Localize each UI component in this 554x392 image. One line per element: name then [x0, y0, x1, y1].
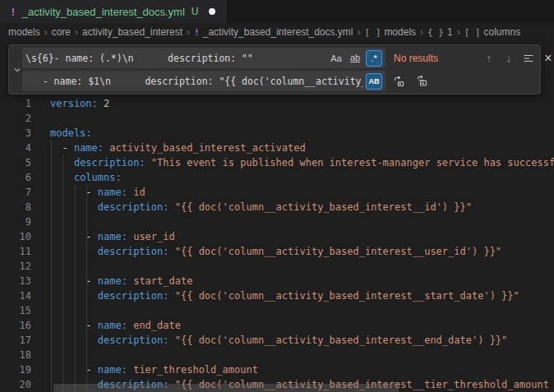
- line-number[interactable]: 12: [0, 259, 31, 274]
- code-line-content: models:: [50, 126, 92, 141]
- line-number[interactable]: 1: [0, 96, 31, 111]
- line-number[interactable]: 4: [0, 141, 31, 155]
- breadcrumb-item-file[interactable]: ! _activity_based_interest_docs.yml: [194, 26, 353, 38]
- chevron-right-icon: ›: [187, 26, 190, 38]
- code-line[interactable]: 12: [0, 259, 554, 274]
- find-in-selection-button[interactable]: [519, 49, 538, 67]
- toggle-replace-chevron-icon[interactable]: [12, 48, 22, 91]
- breadcrumb-item-core[interactable]: core: [52, 26, 71, 38]
- find-query-text: \s{6}- name: (.*)\n description: "": [25, 53, 325, 64]
- code-line-content: description: "{{ doc('column__activity_b…: [50, 288, 519, 303]
- horizontal-scrollbar-thumb[interactable]: [53, 384, 399, 392]
- code-line[interactable]: 4 - name: activity_based_interest_activa…: [0, 141, 554, 155]
- regex-toggle[interactable]: .*: [366, 50, 382, 67]
- breadcrumb-item-models[interactable]: models: [8, 26, 40, 38]
- code-line[interactable]: 5 description: "This event is published …: [0, 155, 554, 170]
- next-match-button[interactable]: ↓: [499, 49, 519, 67]
- code-line[interactable]: 13 - name: start_date: [0, 274, 554, 288]
- replace-input[interactable]: - name: $1\n description: "{{ doc('colum…: [22, 71, 385, 91]
- breadcrumb-item-symbol-1[interactable]: { } 1: [427, 26, 453, 38]
- find-input[interactable]: \s{6}- name: (.*)\n description: "" Aa a…: [22, 48, 385, 68]
- code-line[interactable]: 2: [0, 111, 554, 126]
- breadcrumb-item-activity-based-interest[interactable]: activity_based_interest: [82, 26, 182, 38]
- line-number[interactable]: 11: [0, 244, 31, 259]
- line-number[interactable]: 8: [0, 200, 31, 214]
- code-line[interactable]: 14 description: "{{ doc('column__activit…: [0, 288, 554, 303]
- yaml-file-icon: !: [10, 6, 16, 18]
- symbol-object-icon: { }: [427, 27, 444, 38]
- chevron-right-icon: ›: [75, 26, 78, 38]
- chevron-right-icon: ›: [44, 26, 48, 38]
- indent-guide: [75, 185, 76, 392]
- code-line[interactable]: 16 - name: end_date: [0, 318, 554, 333]
- find-row: \s{6}- name: (.*)\n description: "" Aa a…: [22, 48, 554, 68]
- line-number[interactable]: 17: [0, 333, 31, 348]
- breadcrumb-label: models: [8, 26, 40, 38]
- replace-button[interactable]: [389, 72, 409, 90]
- git-untracked-badge: U: [192, 6, 199, 17]
- code-line[interactable]: 10 - name: user_id: [0, 229, 554, 244]
- code-line-content: - name: user_id: [50, 229, 175, 244]
- breadcrumb-label: _activity_based_interest_docs.yml: [203, 26, 353, 38]
- breadcrumb-item-symbol-models[interactable]: [ ] models: [365, 26, 417, 38]
- breadcrumb-label: models: [384, 26, 416, 38]
- code-line[interactable]: 7 - name: id: [0, 185, 554, 200]
- tab-activity-based-interest-docs[interactable]: ! _activity_based_interest_docs.yml U: [0, 0, 227, 23]
- line-number[interactable]: 5: [0, 155, 31, 170]
- whole-word-toggle[interactable]: ab: [347, 50, 363, 67]
- breadcrumb: models › core › activity_based_interest …: [0, 23, 554, 41]
- line-number[interactable]: 3: [0, 126, 31, 141]
- indent-guide: [86, 185, 87, 392]
- line-number[interactable]: 6: [0, 170, 31, 185]
- line-number[interactable]: 14: [0, 288, 31, 303]
- line-number[interactable]: 19: [0, 362, 31, 377]
- breadcrumb-label: core: [52, 26, 71, 38]
- chevron-right-icon: ›: [457, 26, 460, 38]
- code-line-content: - name: activity_based_interest_activate…: [50, 141, 306, 155]
- line-number[interactable]: 2: [0, 111, 31, 126]
- breadcrumb-label: activity_based_interest: [82, 26, 182, 38]
- code-line-content: description: "This event is published wh…: [50, 155, 554, 170]
- close-find-widget-button[interactable]: ×: [538, 49, 554, 67]
- code-line[interactable]: 19 - name: tier_threshold_amount: [0, 362, 554, 377]
- find-results-count: No results: [394, 53, 479, 64]
- breadcrumb-label: columns: [484, 26, 521, 38]
- code-line-content: - name: tier_threshold_amount: [50, 362, 258, 377]
- match-case-toggle[interactable]: Aa: [328, 50, 344, 67]
- tab-filename: _activity_based_interest_docs.yml: [22, 6, 185, 18]
- code-line[interactable]: 6 columns:: [0, 170, 554, 185]
- find-replace-widget: \s{6}- name: (.*)\n description: "" Aa a…: [8, 44, 541, 95]
- preserve-case-toggle[interactable]: AB: [366, 73, 382, 90]
- code-line[interactable]: 9: [0, 214, 554, 229]
- code-line[interactable]: 8 description: "{{ doc('column__activity…: [0, 200, 554, 214]
- symbol-array-icon: [ ]: [464, 27, 481, 38]
- line-number[interactable]: 15: [0, 303, 31, 318]
- symbol-array-icon: [ ]: [365, 27, 381, 38]
- previous-match-button[interactable]: ↑: [479, 49, 499, 67]
- code-line[interactable]: 18: [0, 348, 554, 362]
- chevron-right-icon: ›: [420, 26, 423, 38]
- replace-row: - name: $1\n description: "{{ doc('colum…: [22, 71, 554, 91]
- line-number[interactable]: 16: [0, 318, 31, 333]
- code-line[interactable]: 15: [0, 303, 554, 318]
- line-number[interactable]: 13: [0, 274, 31, 288]
- line-number[interactable]: 20: [0, 377, 31, 392]
- replace-all-button[interactable]: [412, 72, 432, 90]
- vscode-window: ! _activity_based_interest_docs.yml U mo…: [0, 0, 554, 392]
- code-line[interactable]: 3models:: [0, 126, 554, 141]
- code-line-content: - name: start_date: [50, 274, 192, 288]
- line-number[interactable]: 18: [0, 348, 31, 362]
- code-line-content: version: 2: [50, 96, 109, 111]
- unsaved-changes-indicator[interactable]: [209, 8, 215, 15]
- line-number[interactable]: 9: [0, 214, 31, 229]
- line-number[interactable]: 10: [0, 229, 31, 244]
- code-line[interactable]: 11 description: "{{ doc('column__activit…: [0, 244, 554, 259]
- code-line[interactable]: 1version: 2: [0, 96, 554, 111]
- chevron-right-icon: ›: [358, 26, 361, 38]
- code-line-content: description: "{{ doc('column__activity_b…: [50, 333, 507, 348]
- line-number[interactable]: 7: [0, 185, 31, 200]
- code-area: 1version: 223models:4 - name: activity_b…: [0, 96, 554, 392]
- code-line-content: - name: id: [50, 185, 145, 200]
- breadcrumb-item-symbol-columns[interactable]: [ ] columns: [464, 26, 521, 38]
- code-line[interactable]: 17 description: "{{ doc('column__activit…: [0, 333, 554, 348]
